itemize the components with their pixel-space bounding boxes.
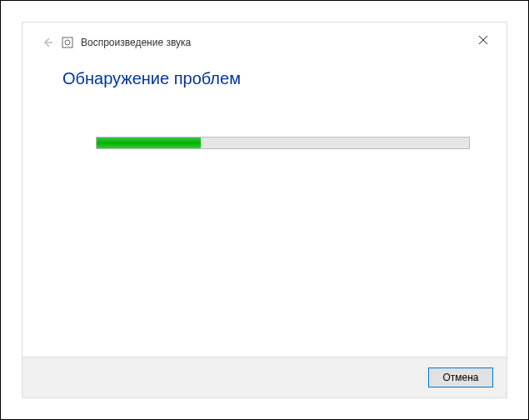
troubleshooter-icon	[61, 36, 74, 49]
progress-bar	[96, 137, 470, 149]
content-area: Обнаружение проблем	[22, 54, 507, 357]
troubleshooter-dialog: Воспроизведение звука Обнаружение пробле…	[22, 22, 507, 398]
dialog-footer: Отмена	[22, 357, 507, 398]
svg-rect-1	[62, 38, 72, 48]
titlebar: Воспроизведение звука	[22, 22, 507, 54]
close-icon	[479, 36, 487, 44]
progress-container	[96, 137, 470, 149]
svg-point-2	[65, 40, 70, 45]
page-heading: Обнаружение проблем	[62, 69, 473, 88]
close-button[interactable]	[470, 30, 497, 50]
cancel-button[interactable]: Отмена	[428, 368, 493, 388]
progress-fill	[97, 138, 201, 148]
arrow-left-icon	[41, 36, 54, 49]
back-button	[37, 36, 57, 49]
window-title: Воспроизведение звука	[81, 37, 470, 48]
